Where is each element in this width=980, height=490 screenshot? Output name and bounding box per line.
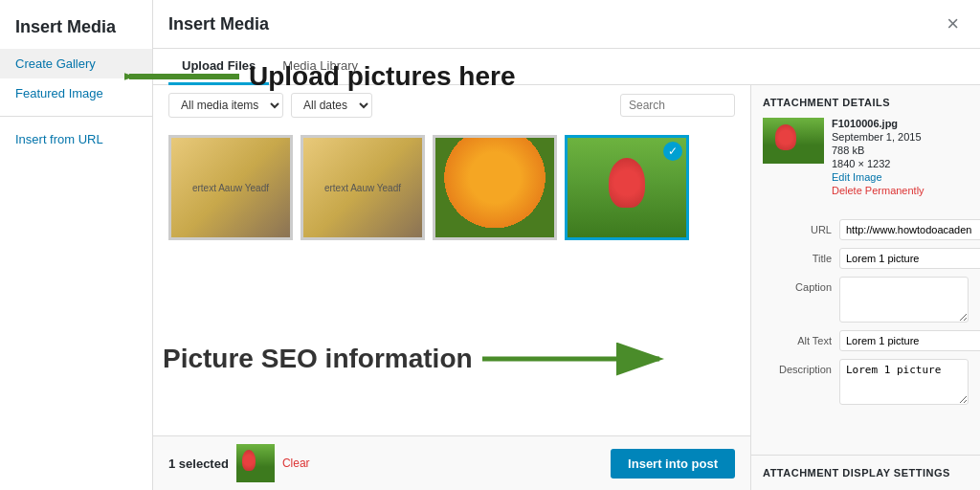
sidebar-title: Insert Media [0,10,152,49]
modal-footer: 1 selected Clear Insert into post [153,435,750,490]
media-thumbnail: ertext Aauw Yeadf [303,138,422,237]
caption-label: Caption [763,277,839,293]
clear-selection-link[interactable]: Clear [282,457,310,470]
media-thumbnail: ertext Aauw Yeadf [171,138,290,237]
file-date: September 1, 2015 [832,131,924,143]
file-info: F1010006.jpg September 1, 2015 788 kB 18… [832,118,924,198]
media-item[interactable]: ertext Aauw Yeadf [168,135,293,240]
modal-header: Insert Media × [153,0,980,49]
media-type-filter[interactable]: All media items [168,93,283,118]
seo-annotation: Picture SEO information [163,340,674,378]
close-button[interactable]: × [941,11,965,36]
selected-checkmark: ✓ [663,142,682,161]
sidebar-item-featured-image[interactable]: Featured Image [0,78,152,108]
description-field-row: Description [751,359,980,405]
delete-permanently-link[interactable]: Delete Permanently [832,185,924,196]
media-item[interactable]: ertext Aauw Yeadf [301,135,425,240]
sidebar-item-create-gallery[interactable]: Create Gallery [0,49,152,78]
attachment-details-title: ATTACHMENT DETAILS [763,97,969,108]
sidebar-divider [0,116,152,117]
file-size: 788 kB [832,145,924,156]
title-field-row: Title [751,248,980,269]
media-grid: ertext Aauw Yeadf ertext Aauw Yeadf [168,135,735,240]
display-settings: ATTACHMENT DISPLAY SETTINGS [751,455,980,490]
caption-textarea[interactable] [839,277,969,323]
search-input[interactable] [620,94,735,117]
tab-upload-files[interactable]: Upload Files [168,49,269,85]
alt-text-input[interactable] [839,330,980,351]
title-label: Title [763,248,839,264]
date-filter[interactable]: All dates [291,93,372,118]
right-panel: ATTACHMENT DETAILS F1010006.jpg Septembe… [750,85,980,490]
seo-annotation-text: Picture SEO information [163,344,473,374]
alt-text-field-row: Alt Text [751,330,980,351]
sidebar-item-insert-from-url[interactable]: Insert from URL [0,124,152,154]
seo-arrow-icon [482,340,674,378]
modal-title: Insert Media [168,14,269,34]
sidebar: Insert Media Create Gallery Featured Ima… [0,0,153,490]
media-item-inner: ertext Aauw Yeadf [171,138,290,237]
media-item-selected[interactable]: ✓ [565,135,689,240]
url-label: URL [763,219,839,235]
attachment-thumbnail [763,118,824,164]
url-input[interactable] [839,219,980,240]
selected-info: 1 selected Clear [168,444,310,482]
selected-count: 1 selected [168,457,229,471]
media-item-inner [435,138,554,237]
main-content-area: Insert Media × Upload Files Media Librar… [153,0,980,490]
filters-bar: All media items All dates [153,85,750,125]
filename: F1010006.jpg [832,118,924,129]
selected-thumbnail [236,444,275,482]
media-grid-container: ertext Aauw Yeadf ertext Aauw Yeadf [153,125,750,435]
url-field-row: URL [751,219,980,240]
tab-media-library[interactable]: Media Library [269,49,371,85]
caption-field-row: Caption [751,277,980,323]
file-dimensions: 1840 × 1232 [832,158,924,169]
tabs-bar: Upload Files Media Library [153,49,980,85]
grid-area: All media items All dates [153,85,750,490]
display-settings-title: ATTACHMENT DISPLAY SETTINGS [763,467,969,479]
alt-text-label: Alt Text [763,330,839,346]
description-label: Description [763,359,839,375]
title-input[interactable] [839,248,980,269]
attachment-preview: F1010006.jpg September 1, 2015 788 kB 18… [763,118,969,198]
media-item[interactable] [433,135,557,240]
content-body: All media items All dates [153,85,980,490]
description-textarea[interactable] [839,359,969,405]
media-thumbnail [435,138,554,237]
attachment-details: ATTACHMENT DETAILS F1010006.jpg Septembe… [751,85,980,219]
insert-into-post-button[interactable]: Insert into post [611,449,735,479]
media-item-inner: ertext Aauw Yeadf [303,138,422,237]
edit-image-link[interactable]: Edit Image [832,171,924,183]
